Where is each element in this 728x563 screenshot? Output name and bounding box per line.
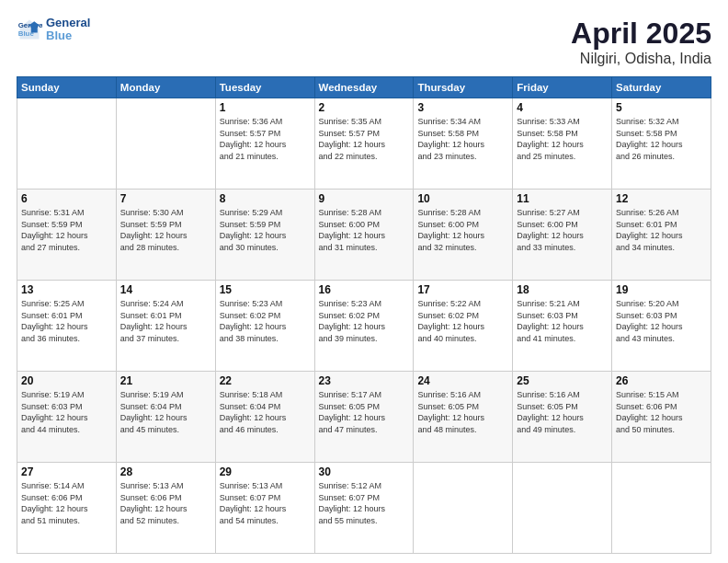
day-number: 4: [517, 101, 608, 114]
calendar-cell: 10Sunrise: 5:28 AM Sunset: 6:00 PM Dayli…: [414, 190, 513, 281]
calendar-cell: 5Sunrise: 5:32 AM Sunset: 5:58 PM Daylig…: [612, 98, 711, 190]
cell-info: Sunrise: 5:21 AM Sunset: 6:03 PM Dayligh…: [517, 298, 608, 344]
weekday-header-row: SundayMondayTuesdayWednesdayThursdayFrid…: [17, 77, 711, 98]
week-row-3: 20Sunrise: 5:19 AM Sunset: 6:03 PM Dayli…: [17, 372, 711, 463]
logo-general: General: [46, 17, 90, 29]
weekday-header-monday: Monday: [116, 77, 215, 98]
calendar-cell: 18Sunrise: 5:21 AM Sunset: 6:03 PM Dayli…: [513, 281, 612, 372]
title-block: April 2025 Nilgiri, Odisha, India: [571, 17, 711, 67]
weekday-header-friday: Friday: [513, 77, 612, 98]
cell-info: Sunrise: 5:12 AM Sunset: 6:07 PM Dayligh…: [319, 480, 410, 526]
calendar-cell: 11Sunrise: 5:27 AM Sunset: 6:00 PM Dayli…: [513, 190, 612, 281]
day-number: 9: [319, 192, 410, 205]
day-number: 28: [120, 465, 211, 478]
calendar-cell: 28Sunrise: 5:13 AM Sunset: 6:06 PM Dayli…: [116, 463, 215, 554]
day-number: 15: [220, 283, 311, 296]
calendar-cell: [513, 463, 612, 554]
calendar-cell: 22Sunrise: 5:18 AM Sunset: 6:04 PM Dayli…: [215, 372, 314, 463]
logo-icon: General Blue: [17, 17, 42, 42]
day-number: 5: [616, 101, 707, 114]
week-row-4: 27Sunrise: 5:14 AM Sunset: 6:06 PM Dayli…: [17, 463, 711, 554]
day-number: 30: [319, 465, 410, 478]
day-number: 6: [21, 192, 112, 205]
month-title: April 2025: [571, 17, 711, 51]
calendar-cell: 30Sunrise: 5:12 AM Sunset: 6:07 PM Dayli…: [314, 463, 414, 554]
day-number: 20: [21, 374, 112, 387]
cell-info: Sunrise: 5:13 AM Sunset: 6:06 PM Dayligh…: [120, 480, 211, 526]
cell-info: Sunrise: 5:35 AM Sunset: 5:57 PM Dayligh…: [319, 116, 410, 162]
cell-info: Sunrise: 5:14 AM Sunset: 6:06 PM Dayligh…: [21, 480, 112, 526]
cell-info: Sunrise: 5:22 AM Sunset: 6:02 PM Dayligh…: [417, 298, 508, 344]
week-row-0: 1Sunrise: 5:36 AM Sunset: 5:57 PM Daylig…: [17, 98, 711, 190]
cell-info: Sunrise: 5:15 AM Sunset: 6:06 PM Dayligh…: [616, 389, 707, 435]
cell-info: Sunrise: 5:20 AM Sunset: 6:03 PM Dayligh…: [616, 298, 707, 344]
day-number: 21: [120, 374, 211, 387]
header: General Blue General Blue April 2025 Nil…: [17, 17, 711, 67]
calendar-cell: 20Sunrise: 5:19 AM Sunset: 6:03 PM Dayli…: [17, 372, 117, 463]
logo-blue: Blue: [46, 29, 90, 42]
weekday-header-saturday: Saturday: [612, 77, 711, 98]
week-row-1: 6Sunrise: 5:31 AM Sunset: 5:59 PM Daylig…: [17, 190, 711, 281]
cell-info: Sunrise: 5:28 AM Sunset: 6:00 PM Dayligh…: [417, 207, 508, 253]
calendar-cell: [116, 98, 215, 190]
calendar-cell: [17, 98, 117, 190]
cell-info: Sunrise: 5:31 AM Sunset: 5:59 PM Dayligh…: [21, 207, 112, 253]
calendar-cell: 19Sunrise: 5:20 AM Sunset: 6:03 PM Dayli…: [612, 281, 711, 372]
cell-info: Sunrise: 5:33 AM Sunset: 5:58 PM Dayligh…: [517, 116, 608, 162]
calendar-cell: 16Sunrise: 5:23 AM Sunset: 6:02 PM Dayli…: [314, 281, 414, 372]
day-number: 29: [220, 465, 311, 478]
day-number: 7: [120, 192, 211, 205]
day-number: 11: [517, 192, 608, 205]
cell-info: Sunrise: 5:16 AM Sunset: 6:05 PM Dayligh…: [417, 389, 508, 435]
day-number: 26: [616, 374, 707, 387]
day-number: 13: [21, 283, 112, 296]
calendar-cell: 23Sunrise: 5:17 AM Sunset: 6:05 PM Dayli…: [314, 372, 414, 463]
page: General Blue General Blue April 2025 Nil…: [0, 0, 728, 563]
calendar-cell: 12Sunrise: 5:26 AM Sunset: 6:01 PM Dayli…: [612, 190, 711, 281]
day-number: 2: [319, 101, 410, 114]
day-number: 18: [517, 283, 608, 296]
cell-info: Sunrise: 5:26 AM Sunset: 6:01 PM Dayligh…: [616, 207, 707, 253]
day-number: 27: [21, 465, 112, 478]
weekday-header-tuesday: Tuesday: [215, 77, 314, 98]
logo: General Blue General Blue: [17, 17, 90, 43]
day-number: 19: [616, 283, 707, 296]
cell-info: Sunrise: 5:23 AM Sunset: 6:02 PM Dayligh…: [319, 298, 410, 344]
calendar-table: SundayMondayTuesdayWednesdayThursdayFrid…: [17, 76, 711, 554]
weekday-header-thursday: Thursday: [414, 77, 513, 98]
calendar-cell: 7Sunrise: 5:30 AM Sunset: 5:59 PM Daylig…: [116, 190, 215, 281]
calendar-cell: 2Sunrise: 5:35 AM Sunset: 5:57 PM Daylig…: [314, 98, 414, 190]
cell-info: Sunrise: 5:36 AM Sunset: 5:57 PM Dayligh…: [220, 116, 311, 162]
cell-info: Sunrise: 5:34 AM Sunset: 5:58 PM Dayligh…: [417, 116, 508, 162]
day-number: 3: [417, 101, 508, 114]
day-number: 8: [220, 192, 311, 205]
calendar-cell: [612, 463, 711, 554]
location: Nilgiri, Odisha, India: [571, 51, 711, 67]
cell-info: Sunrise: 5:18 AM Sunset: 6:04 PM Dayligh…: [220, 389, 311, 435]
cell-info: Sunrise: 5:19 AM Sunset: 6:04 PM Dayligh…: [120, 389, 211, 435]
cell-info: Sunrise: 5:16 AM Sunset: 6:05 PM Dayligh…: [517, 389, 608, 435]
weekday-header-sunday: Sunday: [17, 77, 117, 98]
calendar-cell: 1Sunrise: 5:36 AM Sunset: 5:57 PM Daylig…: [215, 98, 314, 190]
cell-info: Sunrise: 5:13 AM Sunset: 6:07 PM Dayligh…: [220, 480, 311, 526]
day-number: 12: [616, 192, 707, 205]
cell-info: Sunrise: 5:28 AM Sunset: 6:00 PM Dayligh…: [319, 207, 410, 253]
calendar-cell: 6Sunrise: 5:31 AM Sunset: 5:59 PM Daylig…: [17, 190, 117, 281]
calendar-cell: [414, 463, 513, 554]
calendar-cell: 9Sunrise: 5:28 AM Sunset: 6:00 PM Daylig…: [314, 190, 414, 281]
day-number: 10: [417, 192, 508, 205]
cell-info: Sunrise: 5:27 AM Sunset: 6:00 PM Dayligh…: [517, 207, 608, 253]
calendar-cell: 17Sunrise: 5:22 AM Sunset: 6:02 PM Dayli…: [414, 281, 513, 372]
calendar-cell: 14Sunrise: 5:24 AM Sunset: 6:01 PM Dayli…: [116, 281, 215, 372]
day-number: 23: [319, 374, 410, 387]
calendar-cell: 13Sunrise: 5:25 AM Sunset: 6:01 PM Dayli…: [17, 281, 117, 372]
calendar-cell: 15Sunrise: 5:23 AM Sunset: 6:02 PM Dayli…: [215, 281, 314, 372]
day-number: 17: [417, 283, 508, 296]
cell-info: Sunrise: 5:19 AM Sunset: 6:03 PM Dayligh…: [21, 389, 112, 435]
calendar-cell: 4Sunrise: 5:33 AM Sunset: 5:58 PM Daylig…: [513, 98, 612, 190]
day-number: 1: [220, 101, 311, 114]
calendar-cell: 3Sunrise: 5:34 AM Sunset: 5:58 PM Daylig…: [414, 98, 513, 190]
calendar-cell: 27Sunrise: 5:14 AM Sunset: 6:06 PM Dayli…: [17, 463, 117, 554]
day-number: 25: [517, 374, 608, 387]
calendar-cell: 26Sunrise: 5:15 AM Sunset: 6:06 PM Dayli…: [612, 372, 711, 463]
